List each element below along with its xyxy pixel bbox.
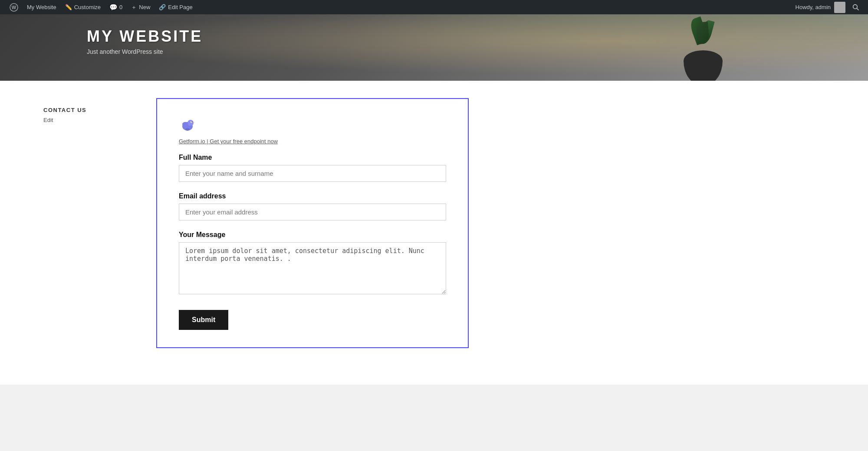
contact-us-label: CONTACT US <box>43 107 130 113</box>
admin-bar: W My Website ✏️ Customize 💬 0 ＋ New 🔗 Ed… <box>0 0 868 14</box>
site-title: MY WEBSITE <box>87 27 868 46</box>
getform-logo-area: Getform.io | Get your free endpoint now <box>179 116 446 145</box>
svg-point-2 <box>853 4 858 9</box>
full-name-input[interactable] <box>179 165 446 182</box>
email-label: Email address <box>179 192 446 200</box>
site-header: MY WEBSITE Just another WordPress site <box>0 14 868 81</box>
site-name-label: My Website <box>27 4 56 10</box>
site-tagline: Just another WordPress site <box>87 48 868 55</box>
site-wrapper: MY WEBSITE Just another WordPress site C… <box>0 14 868 385</box>
pencil-icon: ✏️ <box>65 4 72 10</box>
comments-item[interactable]: 💬 0 <box>105 0 127 14</box>
new-item[interactable]: ＋ New <box>127 0 155 14</box>
site-header-content: MY WEBSITE Just another WordPress site <box>0 14 868 55</box>
main-area: Getform.io | Get your free endpoint now … <box>156 98 825 359</box>
site-name-item[interactable]: My Website <box>23 0 61 14</box>
svg-point-8 <box>191 122 192 122</box>
search-icon <box>852 4 859 11</box>
howdy-text: Howdy, admin <box>796 4 831 10</box>
customize-label: Customize <box>74 4 101 10</box>
svg-point-5 <box>187 120 194 126</box>
message-section: Your Message Lorem ipsum dolor sit amet,… <box>179 231 446 296</box>
message-label: Your Message <box>179 231 446 239</box>
svg-point-10 <box>185 128 190 131</box>
svg-line-3 <box>857 8 858 10</box>
email-section: Email address <box>179 192 446 221</box>
bird-icon <box>179 116 196 134</box>
admin-bar-right: Howdy, admin <box>796 0 863 14</box>
form-container: Getform.io | Get your free endpoint now … <box>156 98 469 348</box>
wp-logo-item[interactable]: W <box>5 0 23 14</box>
edit-page-label: Edit Page <box>168 4 192 10</box>
page-content: CONTACT US Edit Ge <box>0 81 868 385</box>
sidebar: CONTACT US Edit <box>43 98 130 359</box>
edit-page-item[interactable]: 🔗 Edit Page <box>155 0 197 14</box>
full-name-label: Full Name <box>179 154 446 161</box>
email-input[interactable] <box>179 204 446 221</box>
submit-button[interactable]: Submit <box>179 310 228 330</box>
plus-icon: ＋ <box>131 3 137 11</box>
svg-text:W: W <box>12 4 16 10</box>
sidebar-edit-link[interactable]: Edit <box>43 117 53 123</box>
search-button[interactable] <box>849 0 863 14</box>
comment-icon: 💬 <box>109 3 118 11</box>
svg-point-6 <box>182 122 188 126</box>
getform-link[interactable]: Getform.io | Get your free endpoint now <box>179 138 278 145</box>
wordpress-icon: W <box>10 3 18 12</box>
new-label: New <box>139 4 150 10</box>
message-textarea[interactable]: Lorem ipsum dolor sit amet, consectetur … <box>179 242 446 294</box>
avatar <box>834 2 845 13</box>
full-name-section: Full Name <box>179 154 446 182</box>
edit-icon: 🔗 <box>159 4 166 10</box>
customize-item[interactable]: ✏️ Customize <box>61 0 105 14</box>
comments-count: 0 <box>119 4 122 10</box>
